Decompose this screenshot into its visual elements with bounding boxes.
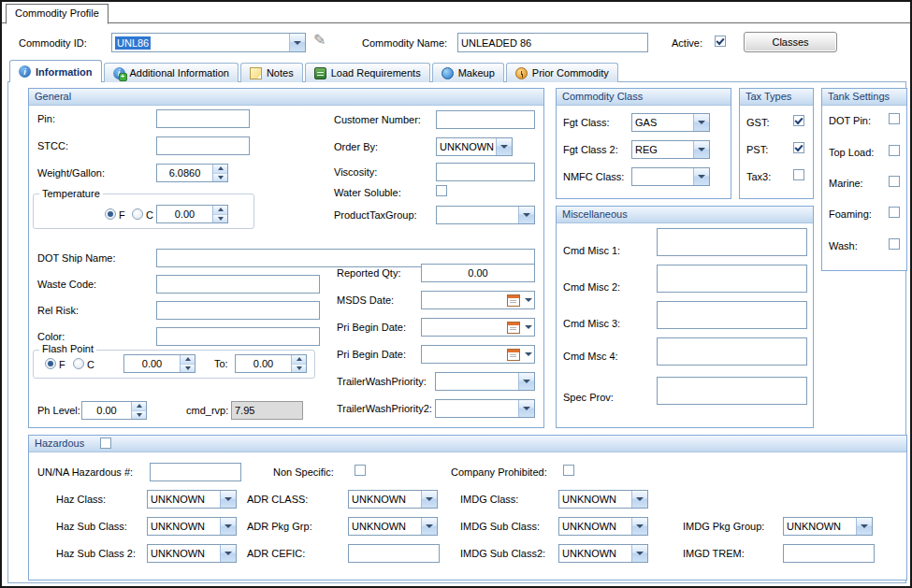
product-tax-group-select[interactable] <box>436 206 535 224</box>
temperature-c-radio[interactable] <box>132 208 143 220</box>
chevron-down-icon[interactable] <box>693 114 709 131</box>
temperature-f-radio[interactable] <box>105 208 116 220</box>
chevron-down-icon[interactable] <box>220 518 236 535</box>
marine-checkbox[interactable] <box>889 176 900 187</box>
calendar-icon[interactable] <box>505 292 522 308</box>
un-na-hazardous-input[interactable] <box>150 463 241 481</box>
nmfc-class-select[interactable] <box>631 167 710 186</box>
tab-makeup[interactable]: Makeup <box>432 63 504 82</box>
tab-prior-commodity[interactable]: Prior Commodity <box>506 63 618 82</box>
wash-checkbox[interactable] <box>889 238 900 250</box>
calendar-icon[interactable] <box>505 346 522 363</box>
adr-class-select[interactable]: UNKNOWN <box>348 490 438 509</box>
pst-checkbox[interactable] <box>793 142 804 153</box>
chevron-down-icon[interactable] <box>518 373 534 390</box>
ph-level-spinner[interactable]: 0.00 <box>81 401 147 420</box>
fgt-class2-select[interactable]: REG <box>631 140 710 159</box>
chevron-down-icon[interactable] <box>856 518 872 535</box>
pri-begin-date-picker[interactable] <box>421 318 535 337</box>
chevron-down-icon[interactable] <box>421 518 437 535</box>
msds-date-picker[interactable] <box>421 291 535 309</box>
haz-sub-class2-select[interactable]: UNKNOWN <box>147 544 237 563</box>
tab-additional-information[interactable]: Additional Information <box>104 63 239 82</box>
cmd-misc1-input[interactable] <box>657 228 807 256</box>
stcc-input[interactable] <box>156 136 250 155</box>
temperature-spinner[interactable]: 0.00 <box>156 205 228 223</box>
chevron-down-icon[interactable] <box>631 518 647 535</box>
tab-commodity-profile[interactable]: Commodity Profile <box>6 4 109 24</box>
spin-up-icon[interactable] <box>181 355 195 365</box>
temperature-f-label[interactable]: F <box>119 209 125 221</box>
spin-up-icon[interactable] <box>213 165 227 174</box>
spin-up-icon[interactable] <box>132 402 146 411</box>
flash-point-c-radio[interactable] <box>73 358 84 369</box>
haz-sub-class-select[interactable]: UNKNOWN <box>147 517 237 536</box>
calendar-icon[interactable] <box>505 319 522 336</box>
chevron-down-icon[interactable] <box>693 168 709 185</box>
spin-down-icon[interactable] <box>181 365 195 373</box>
chevron-down-icon[interactable] <box>631 545 647 562</box>
chevron-down-icon[interactable] <box>220 545 236 562</box>
haz-class-select[interactable]: UNKNOWN <box>147 490 237 509</box>
non-specific-checkbox[interactable] <box>355 465 366 476</box>
fgt-class-select[interactable]: GAS <box>631 113 710 132</box>
order-by-select[interactable]: UNKNOWN <box>436 137 513 156</box>
spec-prov-input[interactable] <box>657 377 807 405</box>
weight-gallon-spinner[interactable]: 6.0860 <box>156 164 228 182</box>
imdg-sub-class2-select[interactable]: UNKNOWN <box>558 544 648 563</box>
flash-point-f-label[interactable]: F <box>59 359 65 370</box>
imgd-trem-input[interactable] <box>783 544 875 563</box>
temperature-c-label[interactable]: C <box>146 209 153 221</box>
active-checkbox[interactable] <box>715 36 726 47</box>
dot-pin-checkbox[interactable] <box>889 113 900 124</box>
spin-down-icon[interactable] <box>132 411 146 420</box>
cmd-misc3-input[interactable] <box>657 301 807 329</box>
trailer-wash-priority-select[interactable] <box>435 372 535 391</box>
top-load-checkbox[interactable] <box>889 145 900 156</box>
gst-checkbox[interactable] <box>793 115 804 126</box>
tab-load-requirements[interactable]: Load Requirements <box>305 63 430 82</box>
edit-pencil-icon[interactable]: ✎ <box>313 33 326 48</box>
customer-number-input[interactable] <box>436 110 535 129</box>
waste-code-input[interactable] <box>156 275 320 294</box>
flash-point-f-radio[interactable] <box>45 358 56 369</box>
viscosity-input[interactable] <box>436 163 535 181</box>
water-soluble-checkbox[interactable] <box>436 185 447 196</box>
cmd-misc2-input[interactable] <box>657 265 807 293</box>
adr-pkg-grp-select[interactable]: UNKNOWN <box>348 517 438 536</box>
rel-risk-input[interactable] <box>156 301 320 320</box>
flash-point-to-spinner[interactable]: 0.00 <box>235 354 307 373</box>
chevron-down-icon[interactable] <box>522 319 534 336</box>
pri-begin-date2-picker[interactable] <box>421 345 535 364</box>
company-prohibited-checkbox[interactable] <box>563 465 574 476</box>
spin-down-icon[interactable] <box>213 215 227 223</box>
tab-information[interactable]: Information <box>9 60 102 82</box>
pin-input[interactable] <box>156 109 250 128</box>
trailer-wash-priority2-select[interactable] <box>435 399 535 418</box>
reported-qty-input[interactable] <box>421 264 535 282</box>
chevron-down-icon[interactable] <box>522 346 534 363</box>
color-input[interactable] <box>156 327 320 346</box>
chevron-down-icon[interactable] <box>518 207 534 223</box>
spin-down-icon[interactable] <box>292 365 306 373</box>
chevron-down-icon[interactable] <box>421 491 437 508</box>
hazardous-checkbox[interactable] <box>100 437 111 449</box>
adr-cefic-input[interactable] <box>348 544 440 563</box>
chevron-down-icon[interactable] <box>496 138 512 155</box>
commodity-id-select[interactable]: UNL86 <box>111 33 306 52</box>
flash-point-spinner[interactable]: 0.00 <box>123 354 195 373</box>
flash-point-c-label[interactable]: C <box>87 359 94 370</box>
chevron-down-icon[interactable] <box>693 141 709 158</box>
tab-notes[interactable]: Notes <box>240 63 303 82</box>
foaming-checkbox[interactable] <box>889 207 900 218</box>
imdg-pkg-group-select[interactable]: UNKNOWN <box>783 517 873 536</box>
spin-down-icon[interactable] <box>213 174 227 182</box>
imdg-class-select[interactable]: UNKNOWN <box>558 490 648 509</box>
chevron-down-icon[interactable] <box>220 491 236 508</box>
tax3-checkbox[interactable] <box>793 169 804 180</box>
cmd-msc4-input[interactable] <box>657 337 807 366</box>
classes-button[interactable]: Classes <box>744 32 837 52</box>
chevron-down-icon[interactable] <box>289 34 305 51</box>
spin-up-icon[interactable] <box>213 206 227 215</box>
spin-up-icon[interactable] <box>292 355 306 365</box>
